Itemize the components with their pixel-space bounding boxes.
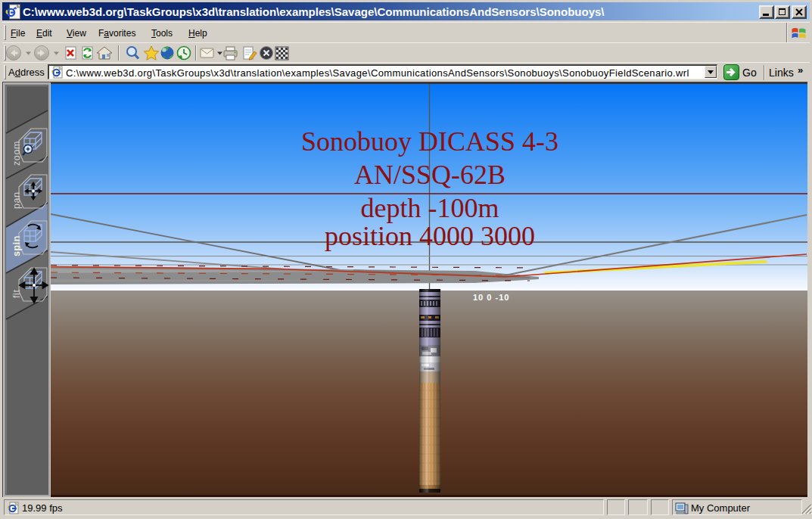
svg-text:fit: fit [11,289,22,298]
svg-text:zoom: zoom [11,141,22,166]
svg-text:spin: spin [11,235,22,256]
svg-text:pan: pan [11,191,22,209]
